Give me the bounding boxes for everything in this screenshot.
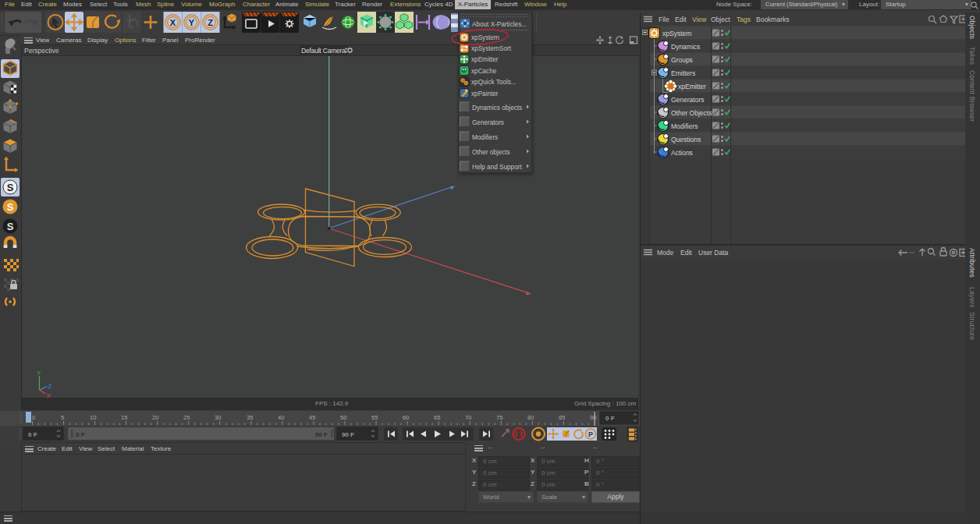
svg-text:30: 30 <box>215 414 221 421</box>
svg-text:Groups: Groups <box>671 56 693 64</box>
svg-text:10: 10 <box>90 414 96 421</box>
svg-text:Other objects: Other objects <box>472 149 510 156</box>
svg-text:xpEmitter: xpEmitter <box>678 83 706 90</box>
svg-text:5: 5 <box>61 414 64 421</box>
svg-text:45: 45 <box>309 414 315 421</box>
svg-text:90 F: 90 F <box>315 431 328 438</box>
svg-text:Generators: Generators <box>472 119 504 126</box>
svg-text:File: File <box>659 16 669 23</box>
svg-text:About X-Particles...: About X-Particles... <box>472 21 527 28</box>
svg-text:View: View <box>692 16 707 23</box>
svg-text:Tags: Tags <box>737 16 751 23</box>
svg-text:Modifiers: Modifiers <box>472 134 498 141</box>
svg-text:40: 40 <box>278 414 284 421</box>
svg-text:Edit: Edit <box>680 249 692 257</box>
svg-text:85: 85 <box>559 414 565 421</box>
svg-text:Other Objects: Other Objects <box>671 109 712 117</box>
svg-text:60: 60 <box>403 414 409 421</box>
svg-text:Help and Support: Help and Support <box>472 164 522 171</box>
svg-text:Emitters: Emitters <box>671 69 695 77</box>
svg-text:S: S <box>7 221 14 232</box>
svg-text:xpSystem: xpSystem <box>471 34 499 41</box>
svg-text:20: 20 <box>152 414 158 421</box>
svg-text:0: 0 <box>32 414 35 421</box>
svg-text:75: 75 <box>496 414 502 421</box>
svg-text:X: X <box>170 18 176 27</box>
svg-text:90: 90 <box>590 414 596 421</box>
svg-text:xpPainter: xpPainter <box>471 90 499 97</box>
svg-text:0 F: 0 F <box>605 415 615 422</box>
svg-text:Object: Object <box>711 16 730 23</box>
svg-text:Modifiers: Modifiers <box>671 122 698 130</box>
svg-text:xpSystemSort: xpSystemSort <box>471 45 512 52</box>
svg-text:Z: Z <box>48 383 52 390</box>
svg-text:P: P <box>588 430 593 438</box>
svg-text:Bookmarks: Bookmarks <box>756 16 790 23</box>
svg-text:xpEmitter: xpEmitter <box>471 56 499 63</box>
svg-text:S: S <box>7 182 14 193</box>
svg-text:15: 15 <box>121 414 127 421</box>
svg-text:Y: Y <box>37 370 41 377</box>
svg-text:80: 80 <box>527 414 534 421</box>
svg-text:0 F: 0 F <box>76 431 85 438</box>
svg-text:Z: Z <box>208 18 213 27</box>
svg-text:Dynamics objects: Dynamics objects <box>472 104 522 112</box>
svg-text:Y: Y <box>189 18 195 27</box>
svg-text:xpQuick Tools...: xpQuick Tools... <box>471 79 517 86</box>
svg-text:xpCache: xpCache <box>471 68 497 75</box>
svg-text:55: 55 <box>371 414 378 421</box>
svg-text:xpSystem: xpSystem <box>662 30 691 37</box>
svg-text:User Data: User Data <box>698 249 729 257</box>
svg-text:90 F: 90 F <box>342 431 354 438</box>
svg-text:35: 35 <box>247 414 253 421</box>
svg-text:25: 25 <box>183 414 190 421</box>
svg-text:Generators: Generators <box>671 96 705 104</box>
svg-text:Edit: Edit <box>675 16 687 23</box>
svg-text:S: S <box>7 201 14 213</box>
svg-text:50: 50 <box>340 414 346 421</box>
svg-text:Actions: Actions <box>671 149 693 157</box>
svg-text:65: 65 <box>434 414 440 421</box>
svg-text:Questions: Questions <box>671 136 701 143</box>
svg-text:Dynamics: Dynamics <box>671 43 700 51</box>
svg-text:70: 70 <box>465 414 471 421</box>
svg-text:Mode: Mode <box>657 249 674 257</box>
svg-text:0 F: 0 F <box>28 431 37 438</box>
